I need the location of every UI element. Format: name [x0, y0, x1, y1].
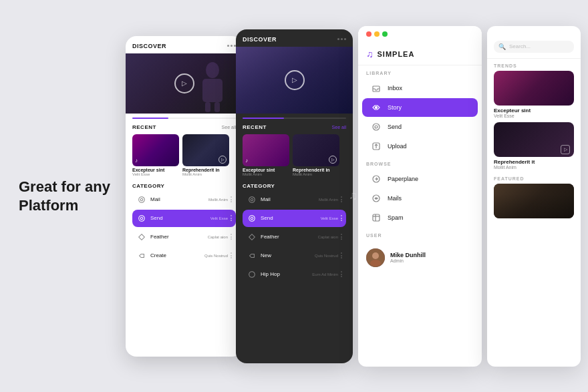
phones-container: DISCOVER ▷: [126, 20, 581, 372]
trend-thumb-1[interactable]: ▷: [494, 122, 574, 157]
trend-thumb-0[interactable]: ♫: [494, 71, 574, 106]
hero-title: Great for any Platform: [19, 178, 126, 214]
trend-item-0: ♫ Excepteur sint Velit Esse: [487, 71, 581, 122]
hero-text-section: Great for any Platform: [19, 178, 126, 214]
featured-thumb[interactable]: [494, 184, 574, 218]
right-panel: 🔍 Search... TRENDS ♫ Excepteur sint Veli…: [487, 26, 581, 367]
